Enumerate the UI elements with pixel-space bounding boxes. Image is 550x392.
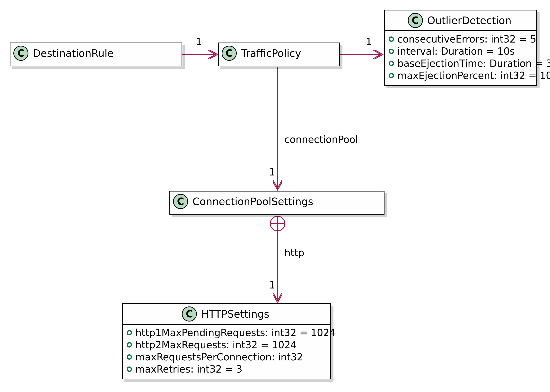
class-badge-icon: C: [182, 306, 197, 322]
class-members: consecutiveErrors: int32 = 5 interval: D…: [385, 31, 536, 85]
class-header: C ConnectionPoolSettings: [170, 192, 384, 211]
class-member: http1MaxPendingRequests: int32 = 1024: [127, 327, 325, 339]
class-member: http2MaxRequests: int32 = 1024: [127, 339, 325, 351]
member-text: baseEjectionTime: Duration = 30s: [397, 58, 550, 69]
class-header: C DestinationRule: [10, 43, 182, 63]
member-text: consecutiveErrors: int32 = 5: [397, 34, 536, 45]
class-member: maxRetries: int32 = 3: [127, 363, 325, 375]
visibility-public-icon: [389, 61, 394, 66]
multiplicity: 1: [269, 166, 275, 178]
svg-point-3: [270, 216, 285, 231]
member-text: http2MaxRequests: int32 = 1024: [135, 339, 297, 350]
visibility-public-icon: [127, 330, 132, 335]
uml-class-diagram: C DestinationRule C TrafficPolicy C Outl…: [0, 0, 550, 392]
visibility-public-icon: [389, 36, 394, 42]
class-badge-icon: C: [408, 13, 423, 28]
class-name: DestinationRule: [33, 47, 113, 59]
class-destination-rule: C DestinationRule: [10, 43, 182, 66]
multiplicity: 1: [196, 36, 202, 47]
member-text: maxEjectionPercent: int32 = 10: [397, 70, 550, 81]
class-name: OutlierDetection: [427, 15, 512, 26]
class-name: TrafficPolicy: [241, 47, 301, 59]
class-connection-pool-settings: C ConnectionPoolSettings: [169, 191, 384, 215]
class-outlier-detection: C OutlierDetection consecutiveErrors: in…: [384, 10, 537, 86]
class-badge-icon: C: [222, 46, 237, 61]
class-badge-icon: C: [13, 46, 28, 61]
multiplicity: 1: [366, 36, 372, 47]
class-member: interval: Duration = 10s: [389, 45, 532, 57]
member-text: interval: Duration = 10s: [397, 46, 515, 57]
class-members: http1MaxPendingRequests: int32 = 1024 ht…: [123, 325, 330, 379]
visibility-public-icon: [127, 354, 132, 360]
class-traffic-policy: C TrafficPolicy: [218, 43, 340, 66]
class-member: maxRequestsPerConnection: int32: [127, 351, 325, 363]
visibility-public-icon: [127, 342, 132, 348]
member-text: maxRequestsPerConnection: int32: [135, 351, 303, 363]
multiplicity: 1: [269, 279, 275, 291]
class-name: HTTPSettings: [201, 308, 269, 320]
class-header: C OutlierDetection: [385, 10, 536, 30]
class-member: consecutiveErrors: int32 = 5: [389, 33, 532, 45]
visibility-public-icon: [389, 73, 394, 78]
class-http-settings: C HTTPSettings http1MaxPendingRequests: …: [122, 303, 331, 379]
edge-label: http: [284, 247, 304, 258]
visibility-public-icon: [389, 49, 394, 54]
edge-label: connectionPool: [284, 134, 358, 145]
class-name: ConnectionPoolSettings: [192, 196, 313, 208]
class-header: C HTTPSettings: [123, 304, 330, 324]
class-member: baseEjectionTime: Duration = 30s: [389, 57, 532, 70]
class-badge-icon: C: [173, 194, 188, 209]
visibility-public-icon: [127, 366, 132, 372]
class-member: maxEjectionPercent: int32 = 10: [389, 70, 532, 82]
member-text: maxRetries: int32 = 3: [135, 364, 242, 375]
member-text: http1MaxPendingRequests: int32 = 1024: [135, 327, 335, 338]
class-header: C TrafficPolicy: [219, 43, 339, 63]
